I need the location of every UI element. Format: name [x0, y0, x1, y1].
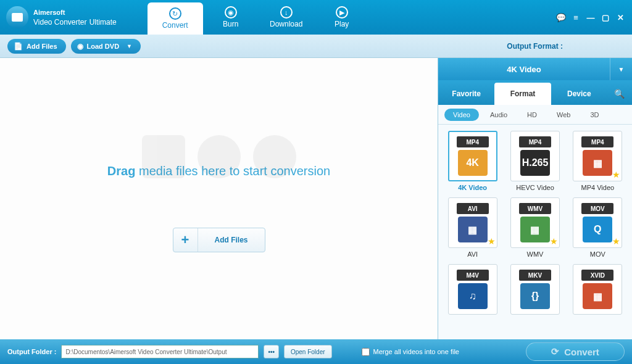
star-icon: ★ [488, 236, 496, 246]
maximize-button[interactable]: ▢ [599, 11, 612, 23]
product-name: Video Converter Ultimate [33, 16, 117, 27]
format-thumb-icon: {} [520, 283, 550, 309]
format-sub-tabs: VideoAudioHDWeb3D [438, 105, 632, 125]
merge-checkbox-input[interactable] [362, 348, 370, 356]
format-item-mp4-video[interactable]: MP4 ▦ ★ MP4 Video [568, 131, 627, 191]
format-name: 4K Video [458, 184, 487, 191]
window-controls: 💬 ≡ — ▢ ✕ [554, 11, 627, 23]
sub-tab-web[interactable]: Web [548, 109, 579, 121]
format-panel: 4K Video ▼ FavoriteFormatDevice🔍 VideoAu… [438, 58, 632, 339]
tab-convert[interactable]: ↻Convert [148, 2, 203, 35]
footer: Output Folder : ••• Open Folder Merge al… [0, 339, 632, 364]
brand-name: Aimersoft [33, 9, 117, 16]
format-name: HEVC Video [516, 184, 554, 191]
feedback-icon[interactable]: 💬 [554, 11, 568, 23]
format-thumb-icon: 4K [458, 150, 488, 176]
open-folder-button[interactable]: Open Folder [284, 345, 332, 358]
close-button[interactable]: ✕ [613, 11, 627, 23]
format-tab-favorite[interactable]: Favorite [438, 83, 494, 105]
format-name: AVI [467, 250, 478, 258]
format-grid: MP4 4K 4K Video MP4 H.265 HEVC Video MP4… [438, 125, 632, 339]
add-files-button[interactable]: 📄Add Files [7, 39, 66, 54]
format-item-m4v[interactable]: M4V ♫ [443, 264, 502, 317]
background-decoration [142, 135, 296, 178]
main-tabs: ↻Convert◉Burn↓Download▶Play [148, 0, 370, 35]
dvd-icon: ◉ [77, 42, 83, 51]
format-thumb-icon: ▦ [583, 283, 612, 309]
format-badge: M4V [457, 270, 489, 281]
tab-play[interactable]: ▶Play [314, 0, 370, 35]
format-name: MOV [590, 250, 605, 258]
convert-icon: ↻ [169, 7, 181, 20]
tab-download[interactable]: ↓Download [259, 0, 314, 35]
format-badge: MP4 [519, 136, 551, 147]
sub-tab-video[interactable]: Video [444, 109, 479, 121]
format-badge: MOV [581, 203, 613, 214]
browse-folder-button[interactable]: ••• [264, 345, 279, 358]
menu-icon[interactable]: ≡ [569, 11, 583, 23]
format-badge: MP4 [457, 136, 489, 147]
format-badge: XVID [581, 270, 613, 281]
minimize-button[interactable]: — [584, 11, 597, 23]
chevron-down-icon: ▼ [127, 43, 132, 49]
convert-button[interactable]: ⟳ Convert [526, 342, 625, 361]
format-tab-format[interactable]: Format [494, 83, 551, 105]
output-format-label: Output Format : [507, 42, 625, 51]
format-item-xvid[interactable]: XVID ▦ [568, 264, 627, 317]
format-thumb-icon: ♫ [458, 283, 488, 309]
format-badge: MKV [519, 270, 551, 281]
load-dvd-button[interactable]: ◉Load DVD▼ [71, 39, 141, 54]
format-item-4k-video[interactable]: MP4 4K 4K Video [443, 131, 502, 191]
toolbar: 📄Add Files ◉Load DVD▼ Output Format : [0, 35, 632, 58]
drop-area[interactable]: Drag media files here to start conversio… [0, 58, 438, 339]
format-name: WMV [527, 250, 544, 258]
logo-area: Aimersoft Video Converter Ultimate [6, 6, 117, 28]
sub-tab-3d[interactable]: 3D [581, 109, 607, 121]
format-badge: WMV [519, 203, 551, 214]
format-thumb-icon: H.265 [520, 150, 550, 176]
format-item-hevc-video[interactable]: MP4 H.265 HEVC Video [505, 131, 564, 191]
format-item-mov[interactable]: MOV Q ★ MOV [568, 197, 627, 258]
format-badge: AVI [457, 203, 489, 214]
sub-tab-audio[interactable]: Audio [481, 109, 516, 121]
play-icon: ▶ [336, 6, 348, 19]
burn-icon: ◉ [225, 6, 237, 19]
titlebar: Aimersoft Video Converter Ultimate ↻Conv… [0, 0, 632, 35]
format-thumb-icon: ▦ [583, 150, 612, 176]
chevron-down-icon: ▼ [610, 58, 632, 80]
format-dropdown[interactable]: 4K Video ▼ [438, 58, 632, 80]
app-logo-icon [6, 6, 28, 28]
star-icon: ★ [612, 170, 620, 180]
format-item-mkv[interactable]: MKV {} [505, 264, 564, 317]
convert-icon: ⟳ [551, 346, 559, 357]
output-folder-label: Output Folder : [7, 348, 56, 355]
format-thumb-icon: Q [583, 217, 612, 242]
sub-tab-hd[interactable]: HD [518, 109, 546, 121]
star-icon: ★ [550, 236, 558, 246]
format-category-tabs: FavoriteFormatDevice🔍 [438, 80, 632, 105]
format-item-avi[interactable]: AVI ▦ ★ AVI [443, 197, 502, 258]
format-thumb-icon: ▦ [520, 217, 550, 242]
plus-icon: + [173, 228, 198, 252]
add-file-icon: 📄 [14, 42, 23, 51]
format-item-wmv[interactable]: WMV ▦ ★ WMV [505, 197, 564, 258]
output-folder-input[interactable] [61, 345, 259, 358]
tab-burn[interactable]: ◉Burn [203, 0, 259, 35]
format-name: MP4 Video [581, 184, 615, 191]
format-thumb-icon: ▦ [458, 217, 488, 242]
download-icon: ↓ [280, 6, 293, 19]
search-icon[interactable]: 🔍 [607, 83, 632, 105]
format-badge: MP4 [581, 136, 613, 147]
merge-checkbox[interactable]: Merge all videos into one file [362, 348, 459, 356]
format-tab-device[interactable]: Device [551, 83, 607, 105]
add-files-big-button[interactable]: + Add Files [173, 228, 265, 252]
star-icon: ★ [612, 236, 620, 246]
